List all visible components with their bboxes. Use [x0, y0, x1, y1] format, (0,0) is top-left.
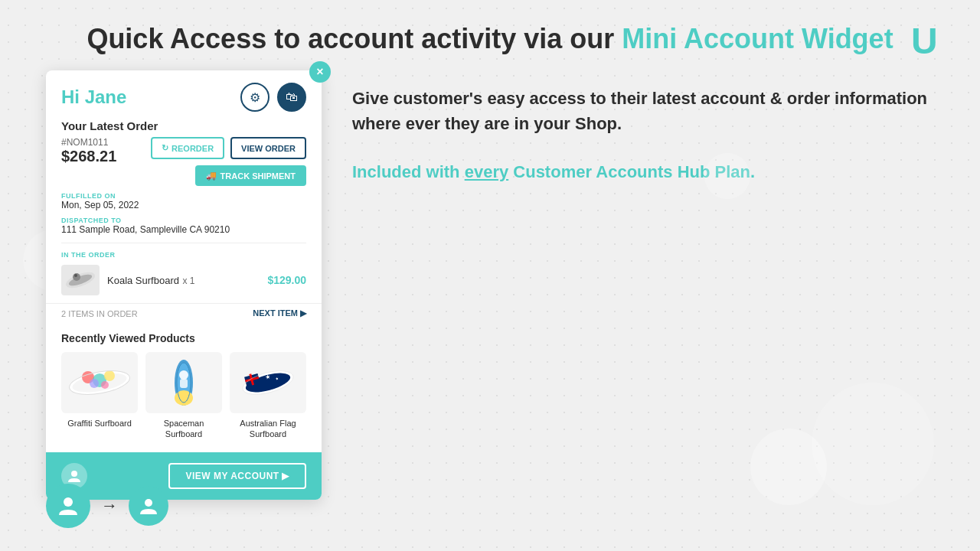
widget-wrapper: × Hi Jane ⚙ 🛍 Your Latest Order #NOM1011 — [46, 70, 322, 500]
widget-card: Hi Jane ⚙ 🛍 Your Latest Order #NOM1011 $… — [46, 70, 322, 500]
order-id: #NOM1011 — [61, 137, 116, 148]
recently-viewed-title: Recently Viewed Products — [61, 332, 306, 344]
view-order-button[interactable]: VIEW ORDER — [230, 137, 306, 159]
in-order-label: IN THE ORDER — [61, 251, 306, 259]
order-item-row: Koala Surfboard x 1 $129.00 — [61, 265, 306, 295]
header-title-accent: Mini Account Widget — [622, 23, 893, 54]
svg-rect-18 — [180, 379, 188, 388]
aus-flag-thumbnail: ★ ★ ★ — [230, 352, 306, 413]
user-circle-icon — [46, 484, 90, 528]
list-item[interactable]: ★ ★ ★ Australian Flag Surfboard — [230, 352, 306, 440]
svg-point-15 — [175, 390, 193, 406]
items-count: 2 ITEMS IN ORDER — [61, 309, 138, 318]
recently-viewed-grid: Graffiti Surfboard — [61, 352, 306, 440]
aus-flag-label: Australian Flag Surfboard — [230, 418, 306, 440]
dispatched-label: DISPATCHED TO — [61, 217, 306, 224]
next-item-bar: 2 ITEMS IN ORDER NEXT ITEM ▶ — [46, 303, 322, 323]
item-name-qty: Koala Surfboard x 1 — [107, 273, 194, 287]
user-circle-outline-icon — [129, 486, 168, 526]
svg-point-29 — [64, 497, 73, 507]
svg-point-30 — [145, 499, 152, 507]
right-sub-accent: every — [465, 162, 509, 181]
item-name: Koala Surfboard — [107, 275, 179, 286]
item-thumbnail — [61, 265, 100, 295]
list-item[interactable]: Spaceman Surfboard — [145, 352, 222, 440]
right-sub-text: Included with every Customer Accounts Hu… — [352, 159, 934, 184]
svg-point-28 — [71, 471, 77, 477]
track-shipment-button[interactable]: 🚚 TRACK SHIPMENT — [195, 165, 306, 186]
list-item[interactable]: Graffiti Surfboard — [61, 352, 138, 440]
right-sub-plain: Included with — [352, 162, 465, 181]
in-order-section: IN THE ORDER — [46, 243, 322, 303]
right-main-text: Give customer's easy access to their lat… — [352, 86, 934, 136]
latest-order-title: Your Latest Order — [61, 119, 306, 132]
truck-icon: 🚚 — [206, 171, 217, 181]
settings-button[interactable]: ⚙ — [240, 83, 270, 112]
widget-header: Hi Jane ⚙ 🛍 — [46, 70, 322, 119]
dispatched-address: 111 Sample Road, Sampleville CA 90210 — [61, 224, 306, 235]
dispatched-info: DISPATCHED TO 111 Sample Road, Samplevil… — [61, 217, 306, 235]
order-item-left: Koala Surfboard x 1 — [61, 265, 194, 295]
order-btn-row: ↻ REORDER VIEW ORDER — [151, 137, 306, 159]
order-id-price: #NOM1011 $268.21 — [61, 137, 116, 165]
logo-icon: U — [907, 19, 949, 61]
header-title-plain: Quick Access to account activity via our — [87, 23, 622, 54]
right-content: Give customer's easy access to their lat… — [352, 70, 934, 184]
order-price: $268.21 — [61, 148, 116, 165]
item-qty: x 1 — [182, 276, 194, 286]
order-meta: #NOM1011 $268.21 ↻ REORDER VIEW ORDER 🚚 … — [61, 137, 306, 186]
svg-text:U: U — [911, 21, 938, 61]
spaceman-label: Spaceman Surfboard — [145, 418, 222, 440]
spaceman-thumbnail — [145, 352, 222, 413]
graffiti-thumbnail — [61, 352, 138, 413]
widget-greeting: Hi Jane — [61, 86, 126, 108]
svg-point-17 — [179, 370, 188, 380]
svg-point-11 — [101, 381, 109, 389]
recently-viewed-section: Recently Viewed Products — [46, 323, 322, 452]
svg-point-10 — [90, 379, 99, 388]
item-price: $129.00 — [267, 274, 306, 286]
fulfilled-date: Mon, Sep 05, 2022 — [61, 200, 306, 210]
graffiti-label: Graffiti Surfboard — [61, 418, 138, 429]
page-header: Quick Access to account activity via our… — [0, 0, 980, 55]
latest-order-section: Your Latest Order #NOM1011 $268.21 ↻ REO… — [46, 119, 322, 243]
arrow-icon: → — [101, 496, 118, 516]
fulfilled-info: FULFILLED ON Mon, Sep 05, 2022 — [61, 192, 306, 210]
close-button[interactable]: × — [309, 61, 331, 83]
order-actions: ↻ REORDER VIEW ORDER 🚚 TRACK SHIPMENT — [151, 137, 306, 186]
next-item-link[interactable]: NEXT ITEM ▶ — [253, 308, 306, 318]
view-my-account-button[interactable]: VIEW MY ACCOUNT ▶ — [168, 463, 306, 489]
svg-point-9 — [104, 370, 115, 381]
widget-icon-group: ⚙ 🛍 — [240, 83, 306, 112]
bottom-user-flow: → — [46, 484, 168, 528]
bag-button[interactable]: 🛍 — [277, 83, 306, 112]
reorder-button[interactable]: ↻ REORDER — [151, 137, 224, 159]
fulfilled-label: FULFILLED ON — [61, 192, 306, 200]
svg-point-4 — [74, 274, 77, 277]
